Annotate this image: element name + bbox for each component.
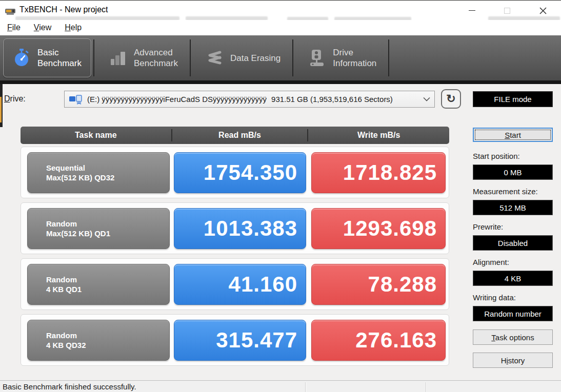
drive-select[interactable]: (E:) ÿÿÿÿÿÿÿÿÿÿÿÿÿÿÿÿiFeruCadS DSÿÿÿÿÿÿÿ… [64, 91, 435, 108]
status-bar: Basic Benchmark finished successfully. [0, 380, 561, 392]
tab-label: BasicBenchmark [37, 47, 82, 69]
app-icon [5, 6, 16, 16]
table-row: Random 4 KB QD32 315.477 276.163 [21, 314, 449, 366]
tab-drive-information[interactable]: DriveInformation [298, 38, 386, 77]
status-separator [426, 382, 426, 392]
tab-data-erasing[interactable]: Data Erasing [196, 38, 290, 77]
erase-squiggle-icon [206, 49, 223, 67]
refresh-drives-button[interactable]: ↻ [441, 89, 461, 109]
minimize-icon [469, 10, 475, 11]
menu-file[interactable]: File [1, 21, 27, 34]
task-button-random-4kb-qd32[interactable]: Random 4 KB QD32 [27, 320, 170, 361]
tab-separator [388, 39, 389, 76]
tab-label: AdvancedBenchmark [134, 47, 178, 69]
menu-bar: File View Help [0, 20, 561, 35]
prewrite-label: Prewrite: [473, 222, 503, 231]
drive-icon [308, 49, 326, 67]
status-message: Basic Benchmark finished successfully. [3, 382, 136, 391]
column-write: Write mB/s [308, 131, 449, 140]
removable-drive-icon [69, 94, 84, 105]
start-position-label: Start position: [473, 152, 520, 160]
read-value: 1754.350 [174, 152, 306, 193]
table-header: Task name Read mB/s Write mB/s [21, 127, 449, 144]
chevron-down-icon[interactable] [423, 97, 430, 101]
tab-basic-benchmark[interactable]: BasicBenchmark [3, 38, 91, 77]
tab-bar: BasicBenchmark AdvancedBenchmark Data Er… [0, 35, 561, 80]
refresh-icon: ↻ [446, 92, 455, 106]
table-row: Random Max(512 KB) QD1 1013.383 1293.698 [21, 202, 449, 254]
tab-label: DriveInformation [333, 47, 376, 69]
task-button-random-4kb-qd1[interactable]: Random 4 KB QD1 [27, 264, 170, 305]
drive-name: (E:) ÿÿÿÿÿÿÿÿÿÿÿÿÿÿÿÿiFeruCadS DSÿÿÿÿÿÿÿ… [87, 95, 267, 104]
tab-label: Data Erasing [230, 53, 280, 64]
close-icon [539, 7, 547, 14]
write-value: 276.163 [311, 320, 446, 361]
tab-separator [93, 39, 94, 76]
measurement-size-value[interactable]: 512 MB [473, 200, 553, 215]
write-value: 78.288 [311, 264, 446, 305]
tab-separator [292, 39, 293, 76]
menu-view[interactable]: View [28, 21, 57, 34]
task-button-random-qd1[interactable]: Random Max(512 KB) QD1 [27, 208, 170, 249]
measurement-size-label: Measurement size: [473, 187, 538, 196]
maximize-icon [504, 8, 510, 14]
tab-bar-bottom-edge [0, 80, 561, 84]
menu-help[interactable]: Help [58, 21, 88, 34]
background-window-edge-amber [0, 97, 2, 122]
tab-advanced-benchmark[interactable]: AdvancedBenchmark [99, 38, 188, 77]
minimize-button[interactable] [460, 1, 484, 20]
writing-data-value[interactable]: Random number [473, 306, 553, 321]
start-position-value[interactable]: 0 MB [473, 164, 553, 180]
history-button[interactable]: History [473, 353, 553, 368]
write-value: 1293.698 [311, 208, 446, 249]
alignment-label: Alignment: [473, 258, 509, 266]
drive-label: Drive: [4, 94, 26, 104]
window-title: TxBENCH - New project [19, 5, 108, 14]
read-value: 1013.383 [174, 208, 306, 249]
prewrite-value[interactable]: Disabled [473, 235, 553, 251]
status-separator [305, 382, 306, 392]
tab-separator [190, 39, 191, 76]
bar-chart-icon [109, 49, 127, 67]
file-mode-indicator[interactable]: FILE mode [473, 91, 553, 107]
start-button[interactable]: Start [473, 128, 553, 142]
read-value: 41.160 [174, 264, 306, 305]
column-read: Read mB/s [172, 131, 308, 140]
txbench-window: TxBENCH - New project File View Help [0, 0, 561, 392]
drive-size: 931.51 GB (1,953,519,616 Sectors) [271, 95, 393, 104]
column-task-name: Task name [21, 131, 171, 140]
alignment-value[interactable]: 4 KB [473, 271, 553, 286]
task-button-sequential-qd32[interactable]: Sequential Max(512 KB) QD32 [27, 152, 170, 193]
stopwatch-icon [13, 49, 30, 67]
read-value: 315.477 [174, 320, 306, 361]
task-options-button[interactable]: Task options [473, 329, 553, 345]
table-row: Sequential Max(512 KB) QD32 1754.350 171… [21, 147, 449, 198]
table-row: Random 4 KB QD1 41.160 78.288 [21, 258, 449, 310]
writing-data-label: Writing data: [473, 293, 516, 302]
write-value: 1718.825 [311, 152, 446, 193]
